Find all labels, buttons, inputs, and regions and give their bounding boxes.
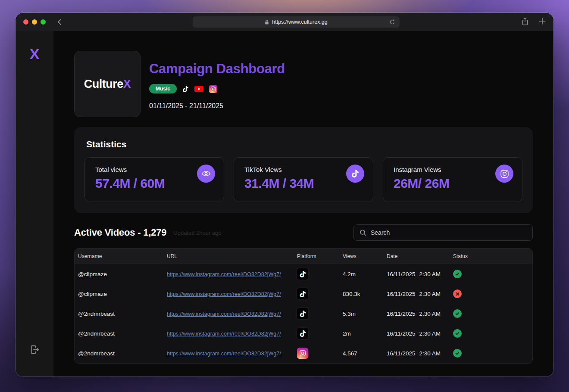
- table-row: @2ndmrbeast https://www.instagram.com/re…: [75, 324, 532, 343]
- views-cell: 5.3m: [343, 311, 387, 317]
- search-input[interactable]: [371, 229, 527, 236]
- statistics-panel: Statistics Total views 57.4M / 60M TikTo…: [74, 127, 533, 213]
- statistics-title: Statistics: [86, 139, 522, 149]
- table-row: @clipmaze https://www.instagram.com/reel…: [75, 264, 532, 284]
- column-header-url: URL: [167, 253, 297, 259]
- browser-chrome: https://www.culturex.gg: [16, 13, 553, 31]
- stat-value: 31.4M / 34M: [244, 176, 363, 191]
- views-cell: 4,567: [343, 350, 387, 357]
- date-cell: 16/11/2025: [387, 311, 416, 317]
- time-cell: 2:30 AM: [419, 311, 441, 317]
- zoom-window-button[interactable]: [41, 19, 46, 25]
- table-header-row: Username URL Platform Views Date Status: [75, 249, 532, 264]
- stat-value: 26M/ 26M: [394, 176, 512, 191]
- back-button[interactable]: [57, 19, 62, 25]
- video-url-link[interactable]: https://www.instagram.com/reel/DO82D82jW…: [167, 291, 281, 297]
- tiktok-icon: [182, 85, 189, 93]
- instagram-icon: [297, 348, 308, 359]
- stat-card-tiktok-views: TikTok Views 31.4M / 34M: [234, 157, 373, 202]
- share-icon: [522, 17, 528, 25]
- column-header-platform: Platform: [297, 253, 343, 259]
- username-cell: @2ndmrbeast: [78, 350, 167, 357]
- browser-window: https://www.culturex.gg X C: [16, 13, 553, 376]
- refresh-icon: [389, 19, 395, 25]
- page-title: Campaign Dashboard: [149, 61, 285, 77]
- campaign-header: CultureX Campaign Dashboard Music 01/11/…: [74, 51, 533, 117]
- close-window-button[interactable]: [23, 19, 28, 25]
- views-cell: 2m: [343, 330, 387, 337]
- date-cell: 16/11/2025: [387, 291, 416, 297]
- column-header-status: Status: [453, 253, 532, 259]
- eye-icon: [197, 165, 215, 183]
- video-url-link[interactable]: https://www.instagram.com/reel/DO82D82jW…: [167, 311, 281, 317]
- time-cell: 2:30 AM: [419, 330, 441, 337]
- brand-logo-text: Culture: [84, 78, 123, 91]
- stat-label: Instagram Views: [394, 166, 512, 173]
- instagram-icon: [495, 165, 513, 183]
- category-badge: Music: [149, 84, 177, 93]
- views-cell: 830.3k: [343, 291, 387, 297]
- active-videos-header: Active Videos - 1,279 Updated 2hour ago: [74, 224, 533, 241]
- search-box[interactable]: [353, 224, 533, 241]
- tiktok-icon: [346, 165, 364, 183]
- time-cell: 2:30 AM: [419, 291, 441, 297]
- plus-icon: [539, 18, 546, 25]
- chrome-actions: [522, 17, 546, 27]
- status-check-icon: [453, 309, 462, 318]
- new-tab-button[interactable]: [539, 18, 546, 26]
- username-cell: @2ndmrbeast: [78, 330, 167, 337]
- views-cell: 4.2m: [343, 271, 387, 277]
- date-cell: 16/11/2025: [387, 350, 416, 357]
- time-cell: 2:30 AM: [419, 271, 441, 277]
- video-url-link[interactable]: https://www.instagram.com/reel/DO82D82jW…: [167, 331, 281, 337]
- video-url-link[interactable]: https://www.instagram.com/reel/DO82D82jW…: [167, 271, 281, 277]
- sidebar-logo[interactable]: X: [30, 46, 40, 62]
- table-row: @clipmaze https://www.instagram.com/reel…: [75, 284, 532, 304]
- tiktok-icon: [297, 288, 308, 299]
- refresh-button[interactable]: [389, 19, 395, 27]
- table-row: @2ndmrbeast https://www.instagram.com/re…: [75, 304, 532, 324]
- video-url-link[interactable]: https://www.instagram.com/reel/DO82D82jW…: [167, 351, 281, 357]
- stat-card-instagram-views: Instagram Views 26M/ 26M: [383, 157, 522, 202]
- search-icon: [360, 229, 366, 236]
- main-content: CultureX Campaign Dashboard Music 01/11/…: [53, 31, 553, 376]
- share-button[interactable]: [522, 17, 528, 27]
- status-cross-icon: [453, 289, 462, 298]
- username-cell: @clipmaze: [78, 291, 167, 297]
- status-check-icon: [453, 329, 462, 338]
- status-check-icon: [453, 270, 462, 278]
- tiktok-icon: [297, 308, 308, 319]
- lock-icon: [265, 19, 269, 25]
- address-bar[interactable]: https://www.culturex.gg: [193, 16, 400, 28]
- stat-value: 57.4M / 60M: [95, 176, 213, 191]
- status-check-icon: [453, 349, 462, 358]
- traffic-lights: [23, 19, 46, 25]
- tiktok-icon: [297, 328, 308, 339]
- column-header-views: Views: [343, 253, 387, 259]
- username-cell: @2ndmrbeast: [78, 311, 167, 317]
- stat-label: Total views: [95, 166, 213, 173]
- table-row: @2ndmrbeast https://www.instagram.com/re…: [75, 343, 532, 363]
- minimize-window-button[interactable]: [32, 19, 37, 25]
- logout-button[interactable]: [29, 344, 40, 357]
- logout-icon: [29, 344, 40, 355]
- username-cell: @clipmaze: [78, 271, 167, 277]
- date-cell: 16/11/2025: [387, 330, 416, 337]
- column-header-date: Date: [387, 253, 453, 259]
- date-cell: 16/11/2025: [387, 271, 416, 277]
- brand-logo-accent: X: [123, 78, 131, 91]
- youtube-icon: [194, 86, 203, 92]
- active-videos-title: Active Videos - 1,279: [74, 227, 166, 238]
- date-range: 01/11/2025 - 21/11/2025: [149, 102, 285, 110]
- time-cell: 2:30 AM: [419, 350, 441, 357]
- instagram-icon: [209, 85, 217, 93]
- url-text: https://www.culturex.gg: [272, 19, 328, 25]
- stat-card-total-views: Total views 57.4M / 60M: [84, 157, 224, 202]
- updated-timestamp: Updated 2hour ago: [173, 230, 221, 236]
- stat-label: TikTok Views: [244, 166, 363, 173]
- sidebar: X: [16, 31, 53, 376]
- column-header-username: Username: [78, 253, 167, 259]
- brand-logo-card: CultureX: [74, 51, 141, 117]
- tiktok-icon: [297, 268, 308, 280]
- chevron-left-icon: [57, 19, 62, 25]
